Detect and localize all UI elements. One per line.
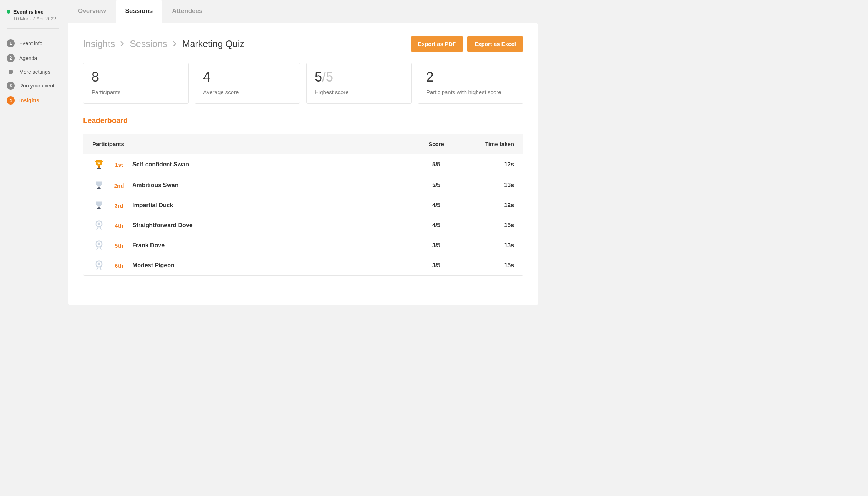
participant-name: Modest Pigeon [132,262,175,269]
participant-cell: 4thStraightforward Dove [92,220,410,231]
participant-name: Impartial Duck [132,202,173,209]
time-cell: 15s [462,222,514,229]
svg-rect-1 [98,166,100,168]
score-cell: 5/5 [410,182,462,189]
stat-value: 5/5 [315,70,403,84]
stats-row: 8 Participants 4 Average score 5/5 Highe… [83,63,523,104]
svg-point-4 [103,161,104,161]
participant-cell: 5thFrank Dove [92,240,410,251]
participant-name: Ambitious Swan [132,182,178,189]
rank-label: 2nd [112,182,126,189]
stat-label: Average score [203,89,292,95]
table-row: 2ndAmbitious Swan5/513s [83,175,523,195]
table-row: 5thFrank Dove3/513s [83,235,523,255]
sidebar-step-event-info[interactable]: 1Event info [7,36,59,51]
table-row: 6thModest Pigeon3/515s [83,255,523,275]
time-cell: 13s [462,242,514,249]
medal-icon [92,240,106,251]
time-cell: 12s [462,202,514,209]
score-cell: 4/5 [410,222,462,229]
stat-highest-score: 5/5 Highest score [306,63,412,104]
sidebar-divider [7,28,59,29]
svg-point-16 [98,263,100,265]
leaderboard-header: Participants Score Time taken [83,134,523,154]
participant-cell: 6thModest Pigeon [92,260,410,271]
sidebar-step-run-your-event[interactable]: 3Run your event [7,78,59,93]
step-number-badge: 4 [7,96,15,105]
tab-overview[interactable]: Overview [68,0,116,23]
time-cell: 12s [462,161,514,168]
leaderboard-table: Participants Score Time taken 1stSelf-co… [83,134,523,276]
stat-value: 4 [203,70,292,84]
time-cell: 15s [462,262,514,269]
trophy-icon [92,158,106,171]
leaderboard-title: Leaderboard [83,116,523,125]
stat-participants: 8 Participants [83,63,189,104]
sidebar-step-agenda[interactable]: 2Agenda [7,51,59,66]
stat-value: 2 [426,70,515,84]
medal-icon [92,260,106,271]
content: Insights Sessions Marketing Quiz Export … [68,23,538,305]
participant-cell: 3rdImpartial Duck [92,200,410,211]
table-row: 1stSelf-confident Swan5/512s [83,154,523,175]
stat-label: Highest score [315,89,403,95]
status-date: 10 Mar - 7 Apr 2022 [13,16,59,22]
sidebar-step-insights[interactable]: 4Insights [7,93,59,108]
stat-label: Participants with highest score [426,89,515,95]
sidebar-step-more-settings[interactable]: More settings [7,66,59,78]
step-number-badge: 3 [7,82,15,90]
breadcrumb-sessions[interactable]: Sessions [130,39,167,49]
chevron-right-icon [173,40,177,48]
export-pdf-button[interactable]: Export as PDF [411,36,464,52]
svg-point-3 [94,161,95,161]
rank-label: 6th [112,262,126,269]
leaderboard-body: 1stSelf-confident Swan5/512s2ndAmbitious… [83,154,523,275]
sidebar-steps: 1Event info2AgendaMore settings3Run your… [7,36,59,108]
breadcrumb-current: Marketing Quiz [182,39,245,49]
table-row: 3rdImpartial Duck4/512s [83,195,523,215]
score-cell: 3/5 [410,242,462,249]
col-header-score: Score [410,141,462,147]
stat-value: 8 [92,70,180,84]
rank-label: 5th [112,242,126,249]
trophy-icon [92,180,106,191]
svg-rect-10 [98,207,100,209]
rank-label: 1st [112,162,126,168]
tab-attendees[interactable]: Attendees [162,0,212,23]
chevron-right-icon [120,40,125,48]
step-label: More settings [19,69,50,75]
participant-name: Straightforward Dove [132,222,193,229]
main: Overview Sessions Attendees Insights Ses… [64,0,543,310]
participant-name: Self-confident Swan [132,161,189,168]
breadcrumb-insights[interactable]: Insights [83,39,115,49]
step-number-badge: 1 [7,39,15,47]
event-status: Event is live [7,9,59,15]
time-cell: 13s [462,182,514,189]
step-label: Run your event [19,83,54,89]
col-header-time: Time taken [462,141,514,147]
trophy-icon [92,200,106,211]
status-live-dot-icon [7,10,10,14]
export-excel-button[interactable]: Export as Excel [467,36,523,52]
col-header-participants: Participants [92,141,410,147]
step-dot-icon [9,70,13,74]
medal-icon [92,220,106,231]
stat-top-participants: 2 Participants with highest score [418,63,523,104]
stat-label: Participants [92,89,180,95]
score-cell: 3/5 [410,262,462,269]
step-label: Insights [19,97,39,103]
svg-point-12 [98,223,100,225]
svg-point-5 [95,166,95,167]
score-cell: 5/5 [410,161,462,168]
step-number-badge: 2 [7,54,15,62]
participant-cell: 1stSelf-confident Swan [92,158,410,171]
table-row: 4thStraightforward Dove4/515s [83,215,523,235]
stat-average-score: 4 Average score [195,63,300,104]
tabs: Overview Sessions Attendees [64,0,543,23]
export-actions: Export as PDF Export as Excel [411,36,523,52]
tab-sessions[interactable]: Sessions [116,0,163,23]
status-label: Event is live [13,9,43,15]
svg-point-14 [98,243,100,245]
svg-point-6 [103,166,103,167]
rank-label: 4th [112,222,126,229]
